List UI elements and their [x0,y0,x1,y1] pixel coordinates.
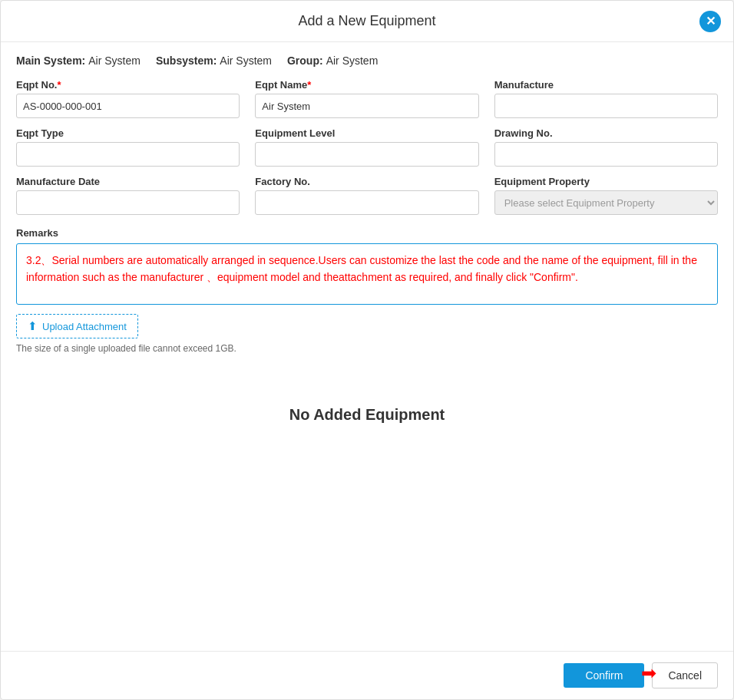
equipment-level-group: Equipment Level [255,127,478,167]
eqpt-no-input[interactable] [16,94,240,118]
eqpt-no-label: Eqpt No.* [16,79,240,91]
form-grid: Eqpt No.* Eqpt Name* Manufacture Eqpt Ty… [16,79,718,215]
upload-icon: ⬆ [28,319,38,333]
manufacture-group: Manufacture [494,79,718,118]
main-system-item: Main System: Air System [16,54,141,67]
equipment-property-group: Equipment Property Please select Equipme… [494,176,718,215]
equipment-level-input[interactable] [255,142,478,167]
upload-section: ⬆ Upload Attachment The size of a single… [16,314,718,354]
manufacture-date-input[interactable] [16,190,240,215]
factory-no-input[interactable] [255,190,478,215]
no-equipment-text: No Added Equipment [289,406,445,424]
main-system-value: Air System [88,54,141,67]
remarks-text: 3.2、Serial numbers are automatically arr… [26,254,697,283]
manufacture-date-label: Manufacture Date [16,176,240,187]
eqpt-name-label: Eqpt Name* [255,79,478,91]
manufacture-label: Manufacture [494,79,718,91]
remarks-section: Remarks 3.2、Serial numbers are automatic… [16,227,718,305]
manufacture-input[interactable] [494,94,718,118]
drawing-no-group: Drawing No. [494,127,718,167]
info-row: Main System: Air System Subsystem: Air S… [16,54,718,67]
group-label: Group: [287,54,323,67]
drawing-no-input[interactable] [494,142,718,167]
factory-no-label: Factory No. [255,176,478,187]
confirm-button[interactable]: Confirm [564,663,644,688]
group-item: Group: Air System [287,54,378,67]
factory-no-group: Factory No. [255,176,478,215]
eqpt-no-group: Eqpt No.* [16,79,240,118]
equipment-level-label: Equipment Level [255,127,478,139]
file-note: The size of a single uploaded file canno… [16,343,718,354]
add-equipment-modal: Add a New Equipment ✕ Main System: Air S… [0,0,734,700]
remarks-box: 3.2、Serial numbers are automatically arr… [16,243,718,305]
modal-header: Add a New Equipment ✕ [1,1,733,42]
equipment-property-label: Equipment Property [494,176,718,187]
eqpt-type-label: Eqpt Type [16,127,240,139]
close-button[interactable]: ✕ [699,11,721,32]
group-value: Air System [326,54,379,67]
eqpt-name-input[interactable] [255,94,478,118]
subsystem-item: Subsystem: Air System [156,54,272,67]
cancel-button[interactable]: Cancel [652,662,718,688]
subsystem-value: Air System [220,54,272,67]
drawing-no-label: Drawing No. [494,127,718,139]
modal-title: Add a New Equipment [298,13,435,29]
modal-body: Main System: Air System Subsystem: Air S… [1,42,733,651]
eqpt-type-group: Eqpt Type [16,127,240,167]
upload-button-label: Upload Attachment [42,321,127,332]
arrow-hint: ➡ [641,662,656,684]
equipment-property-select[interactable]: Please select Equipment Property [494,190,718,215]
main-system-label: Main System: [16,54,85,67]
eqpt-name-group: Eqpt Name* [255,79,478,118]
manufacture-date-group: Manufacture Date [16,176,240,215]
subsystem-label: Subsystem: [156,54,217,67]
modal-footer: ➡ Confirm Cancel [1,651,733,699]
remarks-label: Remarks [16,227,718,239]
no-equipment-section: No Added Equipment [16,360,718,470]
close-icon: ✕ [706,14,716,28]
upload-button[interactable]: ⬆ Upload Attachment [16,314,138,338]
eqpt-type-input[interactable] [16,142,240,167]
